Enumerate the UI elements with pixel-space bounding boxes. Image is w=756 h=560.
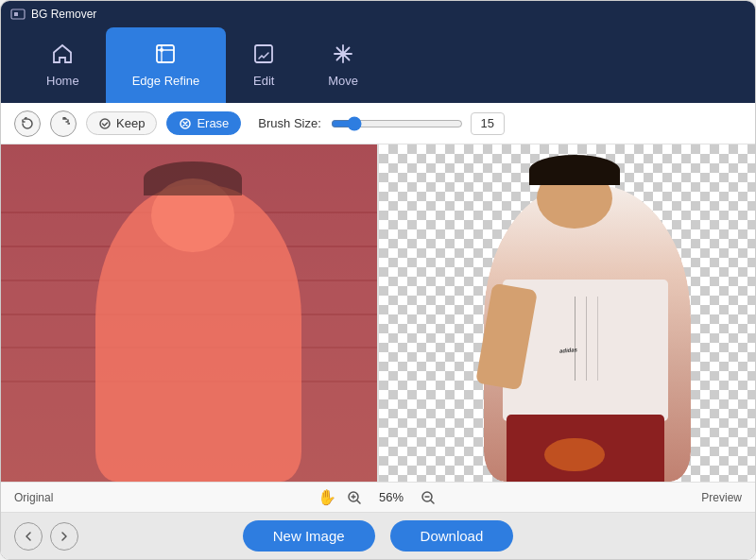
- app-window: BG Remover Home Edge Refine: [0, 0, 756, 560]
- toolbar: Keep Erase Brush Size:: [1, 103, 755, 144]
- app-title: BG Remover: [31, 8, 96, 21]
- svg-rect-1: [14, 12, 18, 16]
- erase-icon: [179, 117, 192, 130]
- nav-move-label: Move: [328, 74, 358, 88]
- nav-home[interactable]: Home: [20, 27, 106, 103]
- zoom-level: 56%: [372, 490, 410, 504]
- preview-image: adidas: [379, 144, 755, 482]
- new-image-button[interactable]: New Image: [243, 520, 375, 552]
- original-label: Original: [14, 491, 53, 504]
- status-bar: Original ✋ 56%: [1, 482, 755, 512]
- move-icon: [332, 42, 354, 68]
- svg-point-5: [100, 119, 110, 128]
- nav-edit-label: Edit: [253, 74, 274, 88]
- erase-button[interactable]: Erase: [166, 111, 241, 135]
- keep-icon: [98, 117, 112, 130]
- nav-edge-refine[interactable]: Edge Refine: [106, 27, 227, 103]
- brush-size-label: Brush Size:: [258, 116, 320, 130]
- undo-button[interactable]: [14, 110, 41, 137]
- svg-point-3: [160, 48, 163, 52]
- home-icon: [51, 42, 74, 68]
- keep-label: Keep: [116, 116, 145, 130]
- preview-panel: adidas: [379, 144, 755, 482]
- brush-value-input[interactable]: [471, 112, 505, 135]
- download-button[interactable]: Download: [390, 520, 514, 552]
- bottom-bar: New Image Download: [1, 512, 755, 559]
- nav-arrows: [14, 522, 78, 551]
- redo-button[interactable]: [50, 110, 77, 137]
- next-button[interactable]: [50, 522, 78, 551]
- nav-edit[interactable]: Edit: [226, 27, 301, 103]
- keep-button[interactable]: Keep: [86, 111, 157, 135]
- svg-rect-2: [157, 45, 174, 62]
- zoom-out-button[interactable]: [418, 487, 438, 508]
- nav-home-label: Home: [46, 74, 79, 88]
- svg-rect-4: [255, 45, 272, 62]
- zoom-controls: ✋ 56%: [318, 487, 438, 508]
- edge-refine-icon: [154, 42, 177, 68]
- zoom-in-button[interactable]: [344, 487, 365, 508]
- erase-label: Erase: [197, 116, 229, 130]
- edit-icon: [252, 42, 275, 68]
- app-icon: [10, 7, 26, 22]
- title-bar: BG Remover: [1, 1, 755, 27]
- original-panel: [1, 144, 379, 482]
- canvas-area: adidas: [1, 144, 755, 482]
- preview-label: Preview: [701, 491, 742, 504]
- nav-move[interactable]: Move: [301, 27, 385, 103]
- prev-button[interactable]: [14, 522, 43, 551]
- cursor-icon: ✋: [318, 488, 336, 506]
- nav-bar: Home Edge Refine Edit: [1, 27, 755, 103]
- main-content: adidas Original ✋: [1, 144, 755, 559]
- brush-size-control: [331, 112, 505, 135]
- brush-slider[interactable]: [331, 116, 463, 131]
- nav-edge-refine-label: Edge Refine: [132, 74, 200, 88]
